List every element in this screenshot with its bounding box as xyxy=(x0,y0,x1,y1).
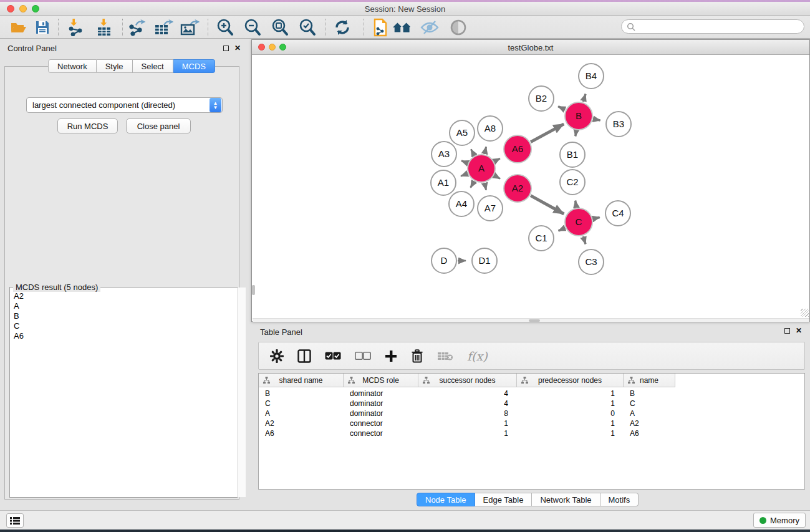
graph-node-A3[interactable]: A3 xyxy=(432,142,456,167)
graph-edge-B-B1[interactable] xyxy=(576,131,576,137)
show-task-history-button[interactable] xyxy=(6,513,24,528)
network-horizontal-scrollthumb[interactable] xyxy=(529,319,540,322)
float-panel-icon[interactable] xyxy=(223,46,229,51)
save-session-button[interactable] xyxy=(32,18,53,37)
run-mcds-button[interactable]: Run MCDS xyxy=(57,118,118,133)
mcds-result-item[interactable]: A xyxy=(14,301,237,311)
table-row-C[interactable]: Cdominator41C xyxy=(259,399,805,409)
graph-node-A7[interactable]: A7 xyxy=(478,196,503,221)
float-panel-icon[interactable] xyxy=(784,328,790,334)
search-field[interactable] xyxy=(621,19,804,34)
column-header-shared-name[interactable]: shared name xyxy=(259,374,344,387)
graph-edge-B-B4[interactable] xyxy=(583,94,586,102)
graph-node-B[interactable]: B xyxy=(565,102,592,130)
show-columns-button[interactable] xyxy=(297,349,311,363)
graph-node-A5[interactable]: A5 xyxy=(450,120,475,145)
refresh-view-button[interactable] xyxy=(332,18,353,37)
graph-node-A[interactable]: A xyxy=(468,155,495,182)
graph-node-B4[interactable]: B4 xyxy=(579,64,604,89)
resize-grip-icon[interactable] xyxy=(801,309,809,317)
mcds-result-item[interactable]: C xyxy=(14,321,237,331)
tab-mcds[interactable]: MCDS xyxy=(173,59,215,73)
mcds-result-item[interactable]: A2 xyxy=(14,291,237,301)
export-network-button[interactable] xyxy=(127,18,148,37)
graph-edge-A-A6[interactable] xyxy=(494,158,500,162)
search-input[interactable] xyxy=(635,22,791,31)
graph-node-C2[interactable]: C2 xyxy=(560,170,585,195)
network-horizontal-scrollbar[interactable] xyxy=(253,318,809,322)
close-panel-icon[interactable]: ✕ xyxy=(234,45,241,51)
graph-edge-A-A3[interactable] xyxy=(461,161,468,163)
criterion-dropdown[interactable]: largest connected component (directed) ▲… xyxy=(26,97,223,113)
table-row-A2[interactable]: A2connector11A2 xyxy=(259,418,805,428)
zoom-out-button[interactable] xyxy=(242,18,263,37)
graph-edge-A-A2[interactable] xyxy=(494,176,500,179)
zoom-in-button[interactable] xyxy=(215,18,236,37)
graph-edge-C-C2[interactable] xyxy=(576,201,577,208)
graph-node-A1[interactable]: A1 xyxy=(431,170,456,195)
tab-motifs[interactable]: Motifs xyxy=(600,493,639,506)
network-window-titlebar[interactable]: testGlobe.txt xyxy=(252,40,809,55)
unselect-all-columns-button[interactable] xyxy=(355,352,371,360)
table-row-A6[interactable]: A6connector11A6 xyxy=(259,428,805,438)
graph-edge-B-B2[interactable] xyxy=(558,107,565,110)
export-image-button[interactable] xyxy=(179,18,200,37)
column-header-MCDS-role[interactable]: MCDS role xyxy=(344,374,418,387)
graph-edge-A-A1[interactable] xyxy=(461,173,467,176)
graph-edge-C-C3[interactable] xyxy=(583,236,586,244)
delete-column-button[interactable] xyxy=(411,349,423,363)
first-neighbors-button[interactable] xyxy=(392,18,413,37)
graph-node-C1[interactable]: C1 xyxy=(529,226,554,251)
table-settings-button[interactable] xyxy=(270,349,284,363)
graph-node-A4[interactable]: A4 xyxy=(449,191,474,216)
mcds-list-scrollbar[interactable] xyxy=(237,288,246,497)
column-header-name[interactable]: name xyxy=(624,374,675,387)
column-header-successor-nodes[interactable]: successor nodes xyxy=(418,374,517,387)
graph-node-D1[interactable]: D1 xyxy=(472,248,497,273)
tab-edge-table[interactable]: Edge Table xyxy=(475,493,533,506)
table-row-A[interactable]: Adominator80A xyxy=(259,409,805,418)
graph-node-C4[interactable]: C4 xyxy=(605,201,630,226)
close-panel-button[interactable]: Close panel xyxy=(126,118,191,133)
graph-edge-B-B3[interactable] xyxy=(594,119,600,120)
create-column-button[interactable] xyxy=(385,350,397,362)
graph-edge-C-C4[interactable] xyxy=(593,218,599,219)
network-vertical-scrollthumb[interactable] xyxy=(252,285,255,295)
table-row-B[interactable]: Bdominator41B xyxy=(259,389,805,399)
import-network-button[interactable] xyxy=(65,18,87,37)
graph-node-B1[interactable]: B1 xyxy=(560,142,585,167)
export-table-button[interactable] xyxy=(153,18,174,37)
mcds-result-list[interactable]: A2ABCA6 xyxy=(10,288,237,497)
graph-node-A6[interactable]: A6 xyxy=(504,135,531,163)
graph-edge-A-A5[interactable] xyxy=(471,149,474,155)
show-graphics-details-button[interactable] xyxy=(448,18,469,37)
network-canvas[interactable]: AA1A2A3A4A5A6A7A8BB1B2B3B4CC1C2C3C4DD1 xyxy=(253,56,809,318)
graph-edge-A-A8[interactable] xyxy=(485,147,486,153)
graph-node-B2[interactable]: B2 xyxy=(529,86,554,111)
mcds-result-item[interactable]: A6 xyxy=(14,331,237,341)
mcds-result-item[interactable]: B xyxy=(14,311,237,321)
graph-edge-A6-B[interactable] xyxy=(531,124,564,142)
tab-select[interactable]: Select xyxy=(133,59,173,73)
graph-edge-A-A4[interactable] xyxy=(471,181,475,188)
zoom-fit-button[interactable] xyxy=(269,18,291,37)
hide-selected-button[interactable] xyxy=(419,18,440,37)
graph-node-A2[interactable]: A2 xyxy=(504,175,531,202)
memory-button[interactable]: Memory xyxy=(753,513,806,528)
graph-edge-C-C1[interactable] xyxy=(559,228,565,231)
tab-network[interactable]: Network xyxy=(48,59,97,73)
graph-node-D[interactable]: D xyxy=(432,248,456,273)
close-panel-icon[interactable]: ✕ xyxy=(796,327,802,334)
graph-node-A8[interactable]: A8 xyxy=(478,116,503,141)
tab-network-table[interactable]: Network Table xyxy=(532,493,600,506)
zoom-selected-button[interactable] xyxy=(297,18,318,37)
clone-network-button[interactable] xyxy=(370,18,391,37)
graph-node-B3[interactable]: B3 xyxy=(606,112,631,137)
graph-node-C[interactable]: C xyxy=(565,208,592,236)
graph-node-C3[interactable]: C3 xyxy=(579,249,604,274)
column-header-predecessor-nodes[interactable]: predecessor nodes xyxy=(517,374,624,387)
select-all-columns-button[interactable] xyxy=(325,352,341,360)
tab-style[interactable]: Style xyxy=(97,59,133,73)
open-file-button[interactable] xyxy=(8,18,29,37)
graph-edge-A2-C[interactable] xyxy=(531,196,564,214)
